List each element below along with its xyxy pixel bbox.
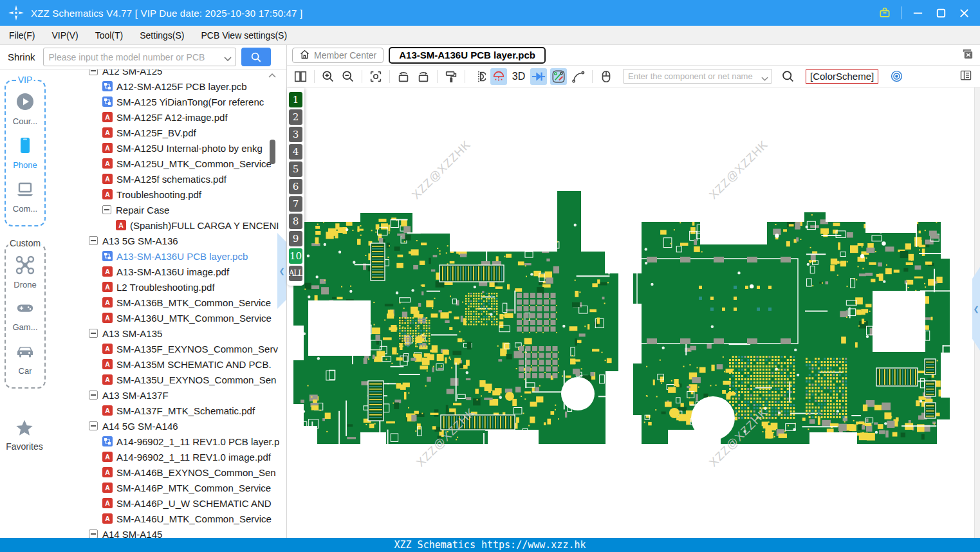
tree-file-row[interactable]: ASM-A137F_MTK_Schematic.pdf [49,403,286,418]
tree-file-row[interactable]: AL2 Troubleshooting.pdf [49,279,286,295]
tree-file-row[interactable]: ASM-A135U_EXYNOS_Common_Sen [49,372,286,387]
tree-file-row[interactable]: ASM-A136U_MTK_Common_Service [49,310,286,326]
model-search-button[interactable] [241,48,271,66]
tree-group-row[interactable]: A14 5G SM-A146 [49,418,286,434]
tree-file-row[interactable]: ASM-A125F A12-image.pdf [49,109,286,125]
tree-file-row[interactable]: A13-SM-A136U PCB layer.pcb [49,248,286,264]
menu-item-tool-t[interactable]: Tool(T) [95,30,124,41]
tree-collapse-icon[interactable] [89,329,98,338]
tree-group-row[interactable]: A12 SM-A125 [49,69,286,78]
rotate-left-icon[interactable] [395,68,412,85]
tree-collapse-icon[interactable] [89,529,98,538]
zoom-out-icon[interactable] [340,68,356,85]
tree-file-row[interactable]: ASM-A125U_MTK_Common_Service [49,156,286,171]
panel-toggle-icon[interactable] [959,69,972,84]
close-all-tabs-icon[interactable] [961,48,974,62]
tab-open-file[interactable]: A13-SM-A136U PCB layer.pcb [389,47,546,64]
pcb-canvas[interactable]: XZZ@XZZHKXZZ@XZZHKXZZ@XZZHKXZZ@XZZHK [287,87,980,538]
chevron-down-icon[interactable] [761,73,768,84]
tree-file-row[interactable]: ASM-A125f schematics.pdf [49,171,286,187]
menu-item-settings-s[interactable]: Settings(S) [140,30,184,41]
tree-collapse-icon[interactable] [102,205,111,214]
mouse-settings-icon[interactable] [598,68,615,85]
curve-icon[interactable] [570,68,587,85]
net-search-input[interactable] [623,69,772,84]
chevron-down-icon[interactable] [224,53,232,64]
lamp-icon[interactable] [490,68,507,85]
tree-file-row[interactable]: A12-SM-A125F PCB layer.pcb [49,78,286,94]
tree-file-row[interactable]: ASM-A125F_BV.pdf [49,125,286,140]
tree-file-row[interactable]: A(Spanish)FULL CARGA Y ENCENI [49,217,286,233]
zoom-in-icon[interactable] [320,68,337,85]
model-search-input[interactable] [43,48,236,66]
layer-button-3[interactable]: 3 [289,127,302,142]
collapse-right-panel-handle[interactable]: ❮ [972,267,980,351]
tree-file-row[interactable]: ASM-A125U Internal-photo by enkg [49,140,286,156]
tree-file-row[interactable]: AA13-SM-A136U image.pdf [49,264,286,279]
tree-group-row[interactable]: A14 SM-A145 [49,526,286,538]
tree-group-row[interactable]: A13 SM-A137F [49,387,286,403]
layer-button-all[interactable]: ALL [289,266,302,281]
search-icon[interactable] [779,68,796,85]
category-sidebar: VIPCour...PhoneCom...CustomDroneGam...Ca… [0,69,49,538]
paint-roller-icon[interactable] [443,68,459,85]
three-d-icon[interactable]: 3D [510,68,527,85]
tree-file-row[interactable]: A14-96902_1_11 REV1.0 PCB layer.p [49,434,286,449]
tree-group-row[interactable]: A13 5G SM-A136 [49,233,286,248]
tree-group-row[interactable]: A13 SM-A135 [49,326,286,341]
tree-scrollbar-thumb[interactable] [270,140,275,164]
tree-file-row[interactable]: ATroubleshooting.pdf [49,187,286,202]
sidebar-item-gam[interactable]: Gam... [6,299,44,332]
layer-button-9[interactable]: 9 [289,231,302,246]
layer-button-1[interactable]: 1 [289,92,302,107]
tree-file-row[interactable]: ASM-A135M SCHEMATIC AND PCB. [49,356,286,372]
minimize-icon[interactable] [911,6,925,20]
sidebar-item-cour[interactable]: Cour... [6,91,44,126]
tree-item-label: A13-SM-A136U image.pdf [116,266,229,277]
tree-file-row[interactable]: ASM-A146B_EXYNOS_Common_Sen [49,465,286,480]
menu-item-file-f[interactable]: File(F) [9,30,35,41]
colorscheme-button[interactable]: [ColorScheme] [806,69,878,84]
sidebar-item-drone[interactable]: Drone [6,255,44,290]
tab-member-center[interactable]: Member Center [292,48,384,63]
layer-button-2[interactable]: 2 [289,109,302,125]
sidebar-item-com[interactable]: Com... [6,179,44,214]
layer-button-5[interactable]: 5 [289,161,302,177]
dual-view-icon[interactable] [292,68,309,85]
layer-button-6[interactable]: 6 [289,179,302,194]
collapse-left-panel-handle[interactable]: ❮ [277,233,286,309]
sidebar-item-favorites[interactable]: Favorites [0,418,49,452]
tree-collapse-icon[interactable] [89,236,98,245]
tree-scroll-up-icon[interactable] [268,71,276,80]
layer-button-8[interactable]: 8 [289,214,302,229]
tree-file-row[interactable]: ASM-A146P_MTK_Common_Service [49,480,286,495]
tree-collapse-icon[interactable] [89,69,98,75]
rotate-right-icon[interactable] [415,68,432,85]
vip-case-icon[interactable] [878,6,892,20]
tree-collapse-icon[interactable] [89,421,98,430]
diode-mode-icon[interactable] [530,68,547,85]
tree-group-row[interactable]: Repair Case [49,202,286,217]
sidebar-item-car[interactable]: Car [6,341,44,376]
tree-file-row[interactable]: ASM-A146P_U_W SCHEMATIC AND [49,495,286,511]
tree-file-row[interactable]: AA14-96902_1_11 REV1.0 image.pdf [49,449,286,465]
shrink-button[interactable]: Shrink [5,50,38,64]
pcb-viewer[interactable]: XZZ@XZZHKXZZ@XZZHKXZZ@XZZHKXZZ@XZZHK 123… [287,87,980,538]
mirror-flip-icon[interactable] [470,68,487,85]
maximize-icon[interactable] [934,6,948,20]
menu-item-pcb-view-settings-s[interactable]: PCB View settings(S) [201,30,287,41]
tree-file-row[interactable]: ASM-A135F_EXYNOS_Common_Serv [49,341,286,356]
menu-item-vip-v[interactable]: VIP(V) [51,30,78,41]
eye-icon[interactable] [888,68,905,85]
close-icon[interactable] [957,6,971,20]
layer-button-10[interactable]: 10 [289,248,302,264]
layer-button-4[interactable]: 4 [289,144,302,160]
tree-collapse-icon[interactable] [89,391,98,400]
measure-icon[interactable] [550,68,567,85]
tree-file-row[interactable]: SM-A125 YiDianTong(For referenc [49,94,286,109]
tree-file-row[interactable]: ASM-A136B_MTK_Common_Service [49,295,286,310]
tree-file-row[interactable]: ASM-A146U_MTK_Common_Service [49,511,286,526]
layer-button-7[interactable]: 7 [289,196,302,212]
fit-screen-icon[interactable] [367,68,384,85]
sidebar-item-phone[interactable]: Phone [6,135,44,170]
